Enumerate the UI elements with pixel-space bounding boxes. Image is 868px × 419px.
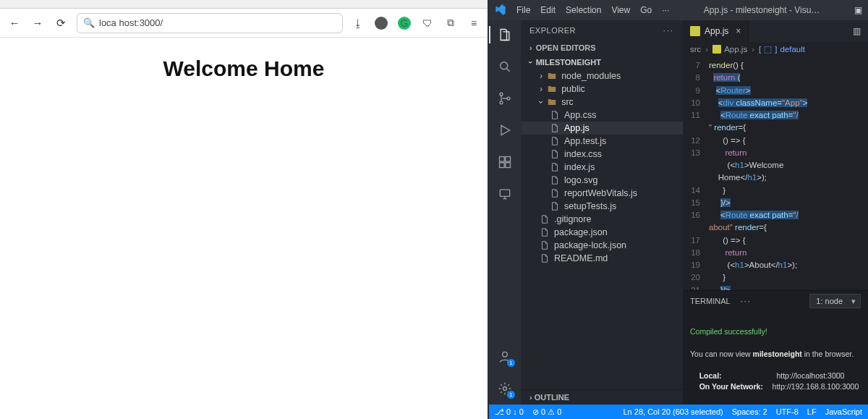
file-icon [540,253,550,263]
accounts-icon[interactable] [496,348,514,365]
status-language[interactable]: JavaScript [825,407,862,416]
file-icon [550,162,560,172]
tab-app-js[interactable]: App.js × [683,20,749,42]
tree-item-label: App.test.js [564,136,606,146]
sidebar-more-icon[interactable]: ··· [663,26,674,35]
explorer-icon[interactable] [496,26,514,43]
close-icon[interactable]: × [736,26,741,36]
browser-tabstrip [0,0,488,9]
tree-item-label: setupTests.js [564,201,616,211]
menu-edit[interactable]: Edit [540,5,556,15]
source-control-icon[interactable] [496,90,514,107]
svg-rect-8 [500,190,509,196]
tree-item-label: App.js [564,123,590,133]
crumb-symbol: [⬚] default [759,44,805,54]
file-icon [550,123,560,133]
file-item[interactable]: reportWebVitals.js [521,187,683,200]
run-debug-icon[interactable] [496,122,514,139]
folder-item[interactable]: node_modules [521,69,683,82]
titlebar: File Edit Selection View Go ··· App.js -… [489,0,868,20]
url-text: loca host:3000/ [99,17,336,28]
tree-item-label: node_modules [561,71,621,81]
remote-icon[interactable] [496,185,514,203]
hamburger-icon[interactable]: ≡ [467,17,480,30]
svg-rect-4 [500,157,505,162]
file-icon [540,227,550,237]
tree-item-label: .gitignore [554,214,591,224]
forward-button[interactable]: → [30,16,45,30]
tree-item-label: package-lock.json [554,240,626,250]
terminal-tab-label[interactable]: TERMINAL [690,297,731,305]
status-spaces[interactable]: Spaces: 2 [732,407,767,416]
file-item[interactable]: .gitignore [521,213,683,226]
page-heading: Welcome Home [29,56,459,81]
tree-item-label: reportWebVitals.js [564,188,637,198]
open-editors-section[interactable]: OPEN EDITORS [521,41,683,55]
menu-view[interactable]: View [611,5,630,15]
file-item[interactable]: App.test.js [521,135,683,148]
grammarly-icon[interactable]: G [398,17,411,30]
gear-icon[interactable] [496,380,514,397]
file-item[interactable]: README.md [521,252,683,265]
terminal-shell-select[interactable]: 1: node [809,294,861,308]
svg-point-0 [501,62,508,69]
file-item[interactable]: App.js [521,122,683,135]
tree-item-label: package.json [554,227,608,237]
folder-item[interactable]: public [521,82,683,96]
breadcrumb[interactable]: src › App.js › [⬚] default [683,42,868,56]
tree-item-label: README.md [554,253,608,263]
layout-icon[interactable]: ▣ [854,5,862,15]
menu-go[interactable]: Go [640,5,652,15]
download-icon[interactable]: ⭳ [352,17,365,30]
folder-item[interactable]: src [521,96,683,109]
line-gutter: 7891011 1213 141516 17181920212223242526… [683,56,705,290]
back-button[interactable]: ← [7,16,22,30]
file-icon [550,201,560,211]
status-bar: ⎇ 0 ↓ 0 ⊘ 0 ⚠ 0 Ln 28, Col 20 (603 selec… [489,405,868,419]
search-icon[interactable] [496,58,514,75]
file-item[interactable]: setupTests.js [521,200,683,213]
file-item[interactable]: App.css [521,109,683,122]
status-git[interactable]: ⎇ 0 ↓ 0 [495,407,524,417]
terminal-more-icon[interactable]: ··· [741,297,752,305]
file-item[interactable]: package.json [521,226,683,239]
toolbar-icons: ⭳ T G 🛡 ⧉ ≡ [352,17,480,30]
tree-item-label: App.css [564,110,596,120]
terminal-output[interactable]: Compiled successfully! You can now view … [683,311,868,405]
extension-t-icon[interactable]: T [375,17,388,30]
status-encoding[interactable]: UTF-8 [776,407,799,416]
file-tree: node_modulespublicsrcApp.cssApp.jsApp.te… [521,69,683,389]
status-cursor[interactable]: Ln 28, Col 20 (603 selected) [624,407,723,416]
code-content: render() { return ( <Router> <div classN… [705,56,868,290]
project-root[interactable]: MILESTONEIGHT [521,55,683,69]
status-problems[interactable]: ⊘ 0 ⚠ 0 [532,407,561,417]
file-item[interactable]: index.js [521,161,683,174]
shield-icon[interactable]: 🛡 [421,17,434,30]
status-eol[interactable]: LF [807,407,817,416]
file-item[interactable]: index.css [521,148,683,161]
sidebar-header: EXPLORER ··· [521,20,683,41]
svg-rect-12 [712,45,721,54]
svg-point-1 [500,93,503,96]
tree-item-label: index.css [564,149,602,159]
menu-file[interactable]: File [516,5,530,15]
editor-group: App.js × ▥ src › App.js › [⬚] default 78… [683,20,868,405]
extensions-icon[interactable] [496,153,514,171]
svg-rect-6 [500,163,505,168]
split-editor-icon[interactable]: ▥ [846,26,868,36]
url-bar[interactable]: 🔍 loca host:3000/ [77,13,343,33]
file-item[interactable]: package-lock.json [521,239,683,252]
file-icon [550,136,560,146]
menu-overflow[interactable]: ··· [662,5,669,15]
menu-selection[interactable]: Selection [566,5,601,15]
extension-icon[interactable]: ⧉ [444,17,457,30]
reload-button[interactable]: ⟳ [54,16,68,30]
browser-window: ← → ⟳ 🔍 loca host:3000/ ⭳ T G 🛡 ⧉ ≡ Welc… [0,0,489,419]
activity-bar [489,20,521,405]
outline-section[interactable]: OUTLINE [521,389,683,405]
code-editor[interactable]: 7891011 1213 141516 17181920212223242526… [683,56,868,290]
file-icon [550,149,560,159]
search-icon: 🔍 [83,17,95,28]
file-item[interactable]: logo.svg [521,174,683,187]
browser-toolbar: ← → ⟳ 🔍 loca host:3000/ ⭳ T G 🛡 ⧉ ≡ [0,9,488,38]
